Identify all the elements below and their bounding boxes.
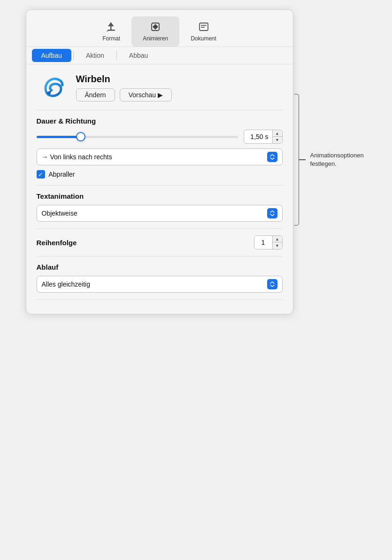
svg-rect-7 <box>201 25 207 26</box>
toolbar-format-button[interactable]: Format <box>91 16 131 47</box>
animation-title: Wirbeln <box>76 74 172 85</box>
divider-4 <box>37 256 283 257</box>
dokument-icon <box>197 20 210 33</box>
subtab-aufbau[interactable]: Aufbau <box>32 49 71 62</box>
subtabs: Aufbau Aktion Abbau <box>26 47 293 64</box>
order-row: Reihenfolge ▲ ▼ <box>37 235 283 249</box>
sequence-section-label: Ablauf <box>37 263 283 271</box>
duration-value-input[interactable] <box>244 131 272 142</box>
duration-slider-track[interactable] <box>37 136 238 138</box>
direction-dropdown-text: → Von links nach rechts <box>42 153 112 161</box>
bounce-label: Abpraller <box>49 171 75 178</box>
slider-fill <box>37 136 81 138</box>
main-content: Wirbeln Ändern Vorschau ▶ Dauer & Richtu… <box>26 64 293 314</box>
divider-1 <box>37 110 283 110</box>
subtab-divider-1 <box>73 51 74 60</box>
order-value-input[interactable] <box>254 237 272 248</box>
duration-stepper: ▲ ▼ <box>272 130 282 143</box>
animation-icon <box>37 75 69 101</box>
annotation-text: Animationsop­tionen festlegen. <box>310 94 367 226</box>
subtab-abbau[interactable]: Abbau <box>119 48 158 63</box>
sequence-dropdown-icon <box>267 279 277 289</box>
sequence-dropdown-text: Alles gleichzeitig <box>42 280 91 288</box>
textanimation-section-label: Textanimation <box>37 192 283 200</box>
toolbar-dokument-button[interactable]: Dokument <box>179 16 228 47</box>
annotation-connector <box>299 159 306 160</box>
change-button[interactable]: Ändern <box>76 88 115 101</box>
bounce-checkbox[interactable]: ✓ <box>37 170 45 179</box>
svg-rect-8 <box>201 27 205 28</box>
format-icon <box>105 20 118 33</box>
slider-thumb[interactable] <box>76 132 85 141</box>
direction-dropdown-icon <box>267 152 277 162</box>
duration-section-label: Dauer & Richtung <box>37 117 283 125</box>
divider-2 <box>37 185 283 186</box>
textanimation-dropdown-icon <box>267 208 277 218</box>
order-label: Reihenfolge <box>37 239 77 247</box>
order-stepper-up[interactable]: ▲ <box>273 236 282 242</box>
order-stepper-down[interactable]: ▼ <box>273 242 282 249</box>
direction-dropdown[interactable]: → Von links nach rechts <box>37 148 283 165</box>
svg-marker-2 <box>108 22 114 26</box>
chevron-updown-icon-3 <box>269 281 276 288</box>
textanimation-dropdown-text: Objektweise <box>42 210 77 217</box>
animation-action-buttons: Ändern Vorschau ▶ <box>76 88 172 101</box>
animation-info: Wirbeln Ändern Vorschau ▶ <box>76 74 172 101</box>
order-input-wrap: ▲ ▼ <box>254 235 283 249</box>
chevron-updown-icon <box>269 154 276 160</box>
duration-input-wrap: ▲ ▼ <box>244 130 283 144</box>
bounce-row: ✓ Abpraller <box>37 170 283 179</box>
divider-5 <box>37 299 283 300</box>
animation-header: Wirbeln Ändern Vorschau ▶ <box>37 74 283 101</box>
preview-button[interactable]: Vorschau ▶ <box>120 88 172 101</box>
toolbar: Format Animieren Dokument <box>26 10 293 47</box>
duration-stepper-down[interactable]: ▼ <box>273 137 282 143</box>
inspector-panel: Format Animieren Dokument <box>26 9 293 314</box>
annotation-bracket <box>294 94 299 226</box>
duration-slider-row: ▲ ▼ <box>37 130 283 144</box>
svg-marker-5 <box>153 24 158 30</box>
toolbar-animieren-button[interactable]: Animieren <box>131 16 179 47</box>
subtab-aktion[interactable]: Aktion <box>76 48 115 63</box>
textanimation-dropdown[interactable]: Objektweise <box>37 205 283 222</box>
main-container: Format Animieren Dokument <box>26 9 367 314</box>
divider-3 <box>37 228 283 229</box>
wirbeln-icon <box>37 75 69 101</box>
subtab-divider-2 <box>116 51 117 60</box>
chevron-updown-icon-2 <box>269 210 276 217</box>
order-stepper: ▲ ▼ <box>272 236 282 249</box>
animieren-icon <box>149 20 162 33</box>
sequence-dropdown[interactable]: Alles gleichzeitig <box>37 276 283 293</box>
duration-stepper-up[interactable]: ▲ <box>273 130 282 137</box>
annotation-wrap: Animationsop­tionen festlegen. <box>293 9 367 226</box>
